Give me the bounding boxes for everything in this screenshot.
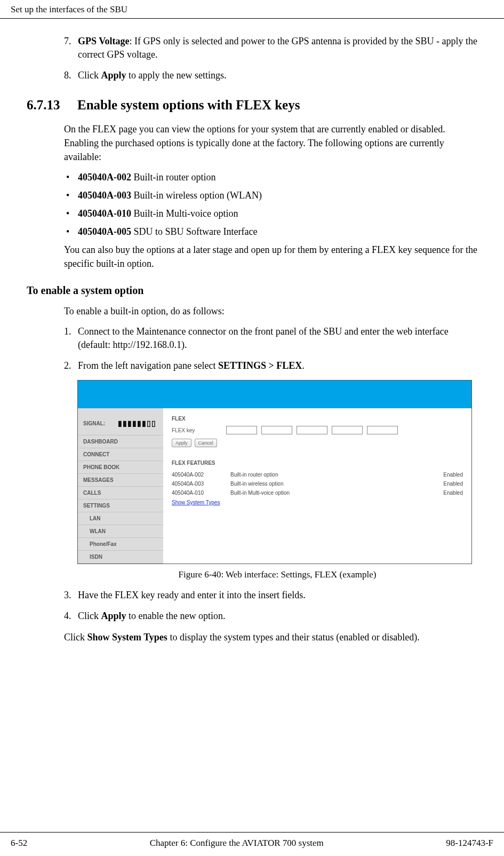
feature-code: 405040A-010 [172,490,230,496]
page-header: Set up the interfaces of the SBU [0,0,504,19]
nav-isdn[interactable]: ISDN [78,551,163,564]
step-number: 2. [64,359,71,372]
flex-key-input-2[interactable] [261,426,292,434]
step-post: . [302,360,305,371]
step-7: 7. GPS Voltage: If GPS only is selected … [64,35,477,61]
option-code: 405040A-003 [78,190,131,201]
enable-steps-continued: 3. Have the FLEX key ready and enter it … [64,589,477,623]
option-code: 405040A-002 [78,172,131,183]
signal-indicator: SIGNAL: ▮▮▮▮▮▮▯▯ [78,408,163,435]
intro-paragraph: On the FLEX page you can view the option… [64,122,477,164]
apply-button[interactable]: Apply [172,439,191,447]
page-footer: 6-52 Chapter 6: Configure the AVIATOR 70… [0,832,504,849]
enable-steps: 1. Connect to the Maintenance connector … [64,325,477,373]
button-row: Apply Cancel [172,439,463,447]
option-desc: Built-in Multi-voice option [131,208,238,219]
section-title: Enable system options with FLEX keys [77,98,300,113]
ui-body: SIGNAL: ▮▮▮▮▮▮▯▯ DASHBOARD CONNECT PHONE… [78,408,471,564]
feature-code: 405040A-002 [172,472,230,478]
step-text: Connect to the Maintenance connector on … [78,326,449,350]
flex-key-input-5[interactable] [367,426,398,434]
option-code: 405040A-005 [78,226,131,237]
cancel-button[interactable]: Cancel [195,439,217,447]
step-number: 3. [64,589,71,602]
feature-row: 405040A-010 Built-in Multi-voice option … [172,488,463,497]
signal-label: SIGNAL: [83,421,105,426]
step-pre: From the left navigation pane select [78,360,218,371]
step-8: 8. Click Apply to apply the new settings… [64,69,477,82]
final-pre: Click [64,632,87,643]
option-desc: Built-in router option [131,172,215,183]
header-title: Set up the interfaces of the SBU [11,4,127,14]
flex-key-input-4[interactable] [332,426,363,434]
feature-status: Enabled [431,472,463,478]
enable-step-3: 3. Have the FLEX key ready and enter it … [64,589,477,602]
nav-wlan[interactable]: WLAN [78,525,163,538]
step-bold: Apply [101,70,126,81]
final-paragraph: Click Show System Types to display the s… [64,630,477,644]
step-number: 7. [64,35,71,48]
web-interface-example: SIGNAL: ▮▮▮▮▮▮▯▯ DASHBOARD CONNECT PHONE… [77,380,472,564]
nav-calls[interactable]: CALLS [78,487,163,500]
step-text: to apply the new settings. [126,70,227,81]
flex-features: FLEX FEATURES 405040A-002 Built-in route… [172,460,463,505]
feature-row: 405040A-003 Built-in wireless option Ena… [172,479,463,488]
step-bold: SETTINGS > FLEX [218,360,302,371]
options-list: 405040A-002 Built-in router option 40504… [64,170,477,239]
nav-settings[interactable]: SETTINGS [78,500,163,512]
step-text: : If GPS only is selected and power to t… [78,36,477,60]
figure: SIGNAL: ▮▮▮▮▮▮▯▯ DASHBOARD CONNECT PHONE… [77,380,477,580]
after-options-paragraph: You can also buy the options at a later … [64,243,477,271]
show-system-types-link[interactable]: Show System Types [172,500,220,505]
nav-lan[interactable]: LAN [78,512,163,525]
feature-code: 405040A-003 [172,481,230,487]
list-item: 405040A-002 Built-in router option [64,170,477,184]
feature-row: 405040A-002 Built-in router option Enabl… [172,470,463,479]
nav-messages[interactable]: MESSAGES [78,474,163,487]
option-desc: SDU to SBU Software Interface [131,226,257,237]
final-post: to display the system types and their st… [167,632,420,643]
feature-status: Enabled [431,481,463,487]
figure-caption: Figure 6-40: Web interface: Settings, FL… [77,569,477,580]
nav-dashboard[interactable]: DASHBOARD [78,435,163,448]
final-bold: Show System Types [87,632,167,643]
flex-key-row: FLEX key [172,426,463,434]
flex-title: FLEX [172,416,463,422]
step-number: 1. [64,325,71,338]
feature-desc: Built-in wireless option [230,481,431,487]
enable-step-4: 4. Click Apply to enable the new option. [64,609,477,623]
step-bold: GPS Voltage [78,36,130,46]
enable-step-1: 1. Connect to the Maintenance connector … [64,325,477,352]
page-content: 7. GPS Voltage: If GPS only is selected … [0,19,504,645]
flex-key-input-1[interactable] [226,426,257,434]
step-number: 4. [64,609,71,623]
flex-features-title: FLEX FEATURES [172,460,463,466]
footer-center: Chapter 6: Configure the AVIATOR 700 sys… [150,838,324,849]
nav-connect[interactable]: CONNECT [78,448,163,461]
step-pre: Click [78,611,101,621]
list-item: 405040A-010 Built-in Multi-voice option [64,207,477,220]
section-number: 6.7.13 [27,98,77,113]
key-inputs [226,426,398,434]
footer-left: 6-52 [11,838,27,849]
nav-phone-book[interactable]: PHONE BOOK [78,461,163,474]
signal-bars-icon: ▮▮▮▮▮▮▯▯ [118,419,156,427]
option-desc: Built-in wireless option (WLAN) [131,190,262,201]
ui-main: FLEX FLEX key Apply Cancel [163,408,471,564]
enable-intro: To enable a built-in option, do as follo… [64,304,477,318]
feature-status: Enabled [431,490,463,496]
continued-steps: 7. GPS Voltage: If GPS only is selected … [64,35,477,83]
footer-right: 98-124743-F [446,838,493,849]
flex-key-input-3[interactable] [297,426,327,434]
ui-sidebar: SIGNAL: ▮▮▮▮▮▮▯▯ DASHBOARD CONNECT PHONE… [78,408,163,564]
step-text: Have the FLEX key ready and enter it int… [78,590,306,600]
enable-heading: To enable a system option [27,284,477,297]
option-code: 405040A-010 [78,208,131,219]
list-item: 405040A-003 Built-in wireless option (WL… [64,188,477,202]
enable-step-2: 2. From the left navigation pane select … [64,359,477,372]
step-number: 8. [64,69,71,82]
feature-desc: Built-in router option [230,472,431,478]
step-post: to enable the new option. [126,611,226,621]
nav-phone-fax[interactable]: Phone/Fax [78,538,163,551]
section-heading: 6.7.13 Enable system options with FLEX k… [27,98,477,113]
